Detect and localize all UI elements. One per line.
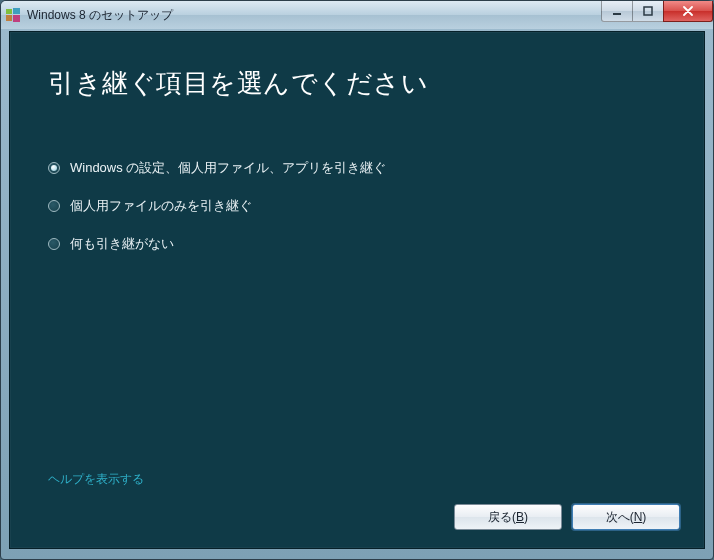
button-label-suffix: )	[642, 510, 646, 524]
button-label-prefix: 次へ(	[606, 509, 634, 526]
setup-window: Windows 8 のセットアップ 引き継ぐ項目を選んでください Windows…	[0, 0, 714, 560]
button-access-key: B	[516, 510, 524, 524]
button-row: 戻る(B) 次へ(N)	[454, 504, 680, 530]
app-icon	[5, 7, 21, 23]
close-button[interactable]	[663, 1, 713, 22]
maximize-button[interactable]	[632, 1, 664, 22]
svg-rect-5	[644, 7, 652, 15]
option-label: Windows の設定、個人用ファイル、アプリを引き継ぐ	[70, 159, 386, 177]
option-label: 個人用ファイルのみを引き継ぐ	[70, 197, 252, 215]
window-title: Windows 8 のセットアップ	[27, 7, 173, 24]
back-button[interactable]: 戻る(B)	[454, 504, 562, 530]
radio-icon	[48, 162, 60, 174]
option-keep-nothing[interactable]: 何も引き継がない	[48, 235, 704, 253]
titlebar: Windows 8 のセットアップ	[1, 1, 713, 29]
button-label-suffix: )	[524, 510, 528, 524]
svg-rect-1	[13, 8, 20, 14]
button-access-key: N	[634, 510, 643, 524]
minimize-button[interactable]	[601, 1, 633, 22]
client-area: 引き継ぐ項目を選んでください Windows の設定、個人用ファイル、アプリを引…	[9, 31, 705, 549]
option-keep-files[interactable]: 個人用ファイルのみを引き継ぐ	[48, 197, 704, 215]
radio-icon	[48, 200, 60, 212]
svg-rect-2	[6, 15, 12, 21]
option-label: 何も引き継がない	[70, 235, 174, 253]
svg-rect-3	[13, 15, 20, 22]
page-heading: 引き継ぐ項目を選んでください	[48, 66, 704, 101]
caption-buttons	[602, 1, 713, 21]
next-button[interactable]: 次へ(N)	[572, 504, 680, 530]
option-keep-all[interactable]: Windows の設定、個人用ファイル、アプリを引き継ぐ	[48, 159, 704, 177]
options-group: Windows の設定、個人用ファイル、アプリを引き継ぐ 個人用ファイルのみを引…	[48, 159, 704, 253]
svg-rect-0	[6, 9, 12, 14]
svg-rect-4	[613, 13, 621, 15]
help-link[interactable]: ヘルプを表示する	[48, 471, 144, 488]
radio-icon	[48, 238, 60, 250]
button-label-prefix: 戻る(	[488, 509, 516, 526]
